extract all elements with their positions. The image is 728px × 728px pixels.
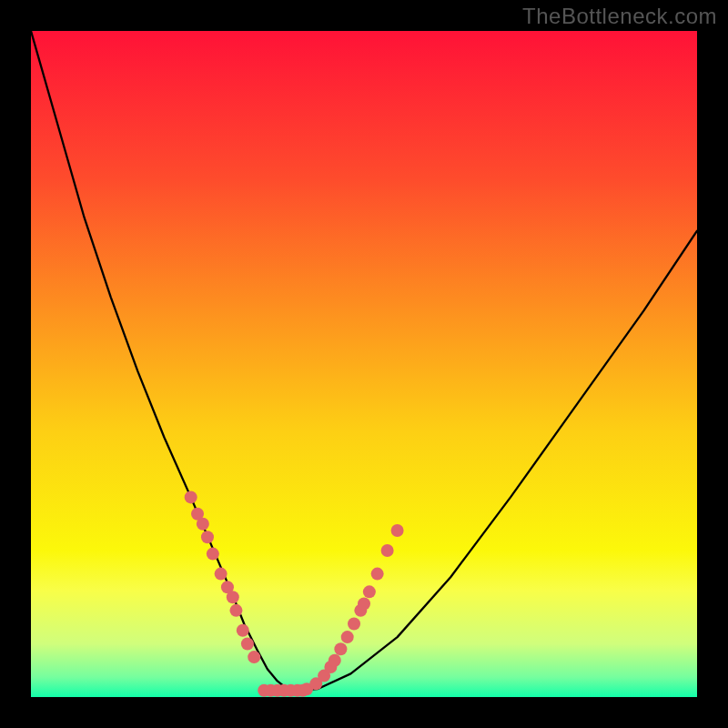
chart-frame: TheBottleneck.com	[0, 0, 728, 728]
sample-point	[348, 617, 360, 630]
sample-point	[334, 642, 347, 655]
sample-point	[215, 568, 228, 581]
sample-point	[341, 631, 354, 643]
sample-point	[381, 544, 394, 557]
sample-point	[227, 591, 239, 603]
sample-point	[358, 598, 370, 611]
sample-point	[371, 568, 384, 581]
sample-point	[207, 548, 219, 561]
sample-point	[241, 637, 254, 650]
sample-point	[197, 518, 209, 531]
sample-point	[229, 604, 242, 617]
sample-point	[185, 490, 197, 503]
chart-background	[31, 31, 697, 697]
watermark-text: TheBottleneck.com	[522, 4, 717, 29]
sample-point	[363, 585, 376, 598]
sample-point	[329, 654, 341, 667]
sample-point	[201, 531, 214, 543]
plot-area	[31, 31, 697, 697]
sample-point	[237, 624, 249, 637]
sample-point	[248, 651, 260, 663]
sample-point	[391, 524, 404, 537]
chart-svg	[31, 31, 697, 697]
